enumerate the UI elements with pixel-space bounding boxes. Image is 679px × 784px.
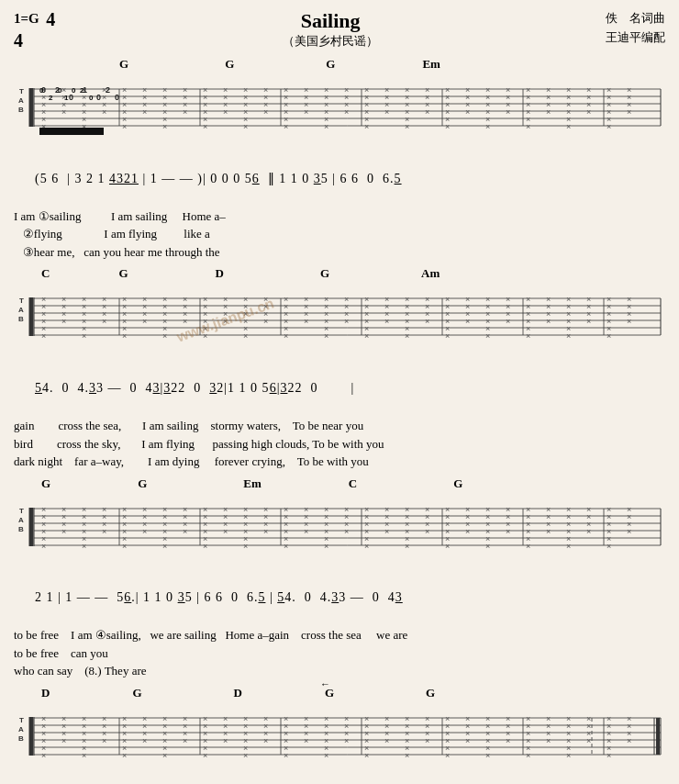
tab-staff-3 (14, 492, 665, 566)
tempo-block: 1=G 44 (14, 9, 55, 51)
chord-G9: G (132, 686, 141, 700)
notation-row2: 54. 0 4.33 — 0 43|322 0 32|1 1 0 56|322 … (14, 361, 665, 415)
tab-staff-1 (14, 73, 665, 146)
notation-row1: (5 6 | 3 2 1 4321 | 1 — — )| 0 0 0 56 ‖ … (14, 151, 665, 206)
chord-labels-2: C G D G Am (14, 266, 665, 281)
lyrics-2-3: dark night far a–way, I am dying forever… (14, 453, 665, 471)
chord-G7: G (138, 476, 147, 491)
chord-labels-3: G G Em C G (14, 476, 665, 491)
page: 1=G 44 Sailing （美国乡村民谣） 佚 名词曲 王迪平编配 G G … (0, 0, 679, 784)
chord-C2: C (349, 476, 357, 491)
chord-Am1: Am (421, 266, 440, 281)
chord-G6: G (41, 476, 50, 491)
tab-staff-2 (14, 282, 665, 355)
lyrics-block-3: to be free I am ④sailing, we are sailing… (14, 626, 665, 680)
chord-D3: D (234, 686, 242, 700)
tab-section-1: G G G Em (14, 57, 665, 146)
chord-labels-1: G G G Em (14, 57, 665, 72)
tempo-label: 1=G 44 (14, 11, 55, 47)
attribution: 佚 名词曲 王迪平编配 (606, 9, 665, 48)
chord-G8: G (453, 476, 462, 491)
chord-G1: G (119, 57, 128, 72)
chord-G10: ←G (325, 686, 334, 700)
lyrics-2-2: bird cross the sky, I am flying passing … (14, 435, 665, 454)
lyrics-2-1: gain cross the sea, I am sailing stormy … (14, 417, 665, 435)
chord-D2: D (41, 686, 50, 700)
notation-row4: 3 22 0 32 | 1 1 0 56 | 322 0 21 | 1 — — … (14, 780, 665, 784)
tab-staff-4 (14, 701, 665, 775)
subtitle: （美国乡村民谣） (55, 33, 606, 50)
attribution-line1: 佚 名词曲 (606, 9, 665, 28)
chord-labels-4: D G D ←G G (14, 686, 665, 700)
lyrics-3-3: who can say (8.) They are (14, 662, 665, 680)
lyrics-3-1: to be free I am ④sailing, we are sailing… (14, 626, 665, 644)
chord-G5: G (320, 266, 329, 281)
tab-section-4: D G D ←G G (14, 686, 665, 775)
song-title: Sailing (55, 9, 606, 33)
chord-D1: D (216, 266, 224, 281)
chord-G3: G (326, 57, 335, 72)
chord-C1: C (41, 266, 50, 281)
chord-G2: G (225, 57, 234, 72)
lyrics-block-1: I am ①sailing I am sailing Home a– ②flyi… (14, 207, 665, 262)
attribution-line2: 王迪平编配 (606, 28, 665, 48)
tab-section-3: G G Em C G (14, 476, 665, 566)
chord-G4: G (118, 266, 128, 281)
tab-section-2: C G D G Am (14, 266, 665, 355)
lyrics-1-3: ③hear me, can you hear me through the (14, 243, 665, 262)
title-block: Sailing （美国乡村民谣） (55, 9, 606, 50)
chord-Em1: Em (422, 57, 440, 72)
lyrics-1-2: ②flying I am flying like a (14, 225, 665, 243)
lyrics-3-2: to be free can you (14, 644, 665, 663)
chord-Em2: Em (243, 476, 262, 491)
lyrics-block-2: gain cross the sea, I am sailing stormy … (14, 417, 665, 471)
lyrics-1-1: I am ①sailing I am sailing Home a– (14, 207, 665, 226)
notation-row3: 2 1 | 1 — — 56.| 1 1 0 35 | 6 6 0 6.5 | … (14, 571, 665, 625)
chord-G11: G (426, 686, 435, 700)
header: 1=G 44 Sailing （美国乡村民谣） 佚 名词曲 王迪平编配 (14, 9, 665, 51)
